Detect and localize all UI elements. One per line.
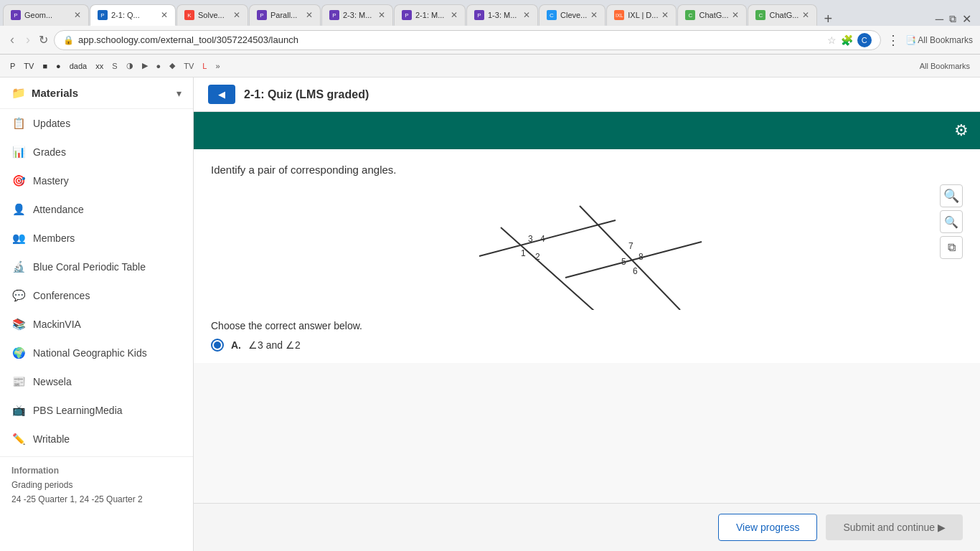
information-section-label: Information: [0, 460, 193, 479]
forward-nav-button[interactable]: ›: [23, 31, 33, 49]
sidebar-divider: [0, 456, 193, 457]
tab-title-t6: 2-1: M...: [415, 11, 447, 19]
tab-t1[interactable]: P Geom... ✕: [3, 4, 89, 26]
star-icon[interactable]: ☆: [827, 34, 837, 46]
bookmark-dia[interactable]: ◆: [166, 60, 178, 72]
sidebar-item-attendance[interactable]: 👤 Attendance: [0, 195, 193, 224]
bookmark-xx[interactable]: xx: [93, 60, 106, 72]
bookmark-more[interactable]: »: [212, 60, 222, 72]
quiz-top-bar: ⚙: [194, 112, 980, 149]
minimize-button[interactable]: ─: [936, 13, 943, 26]
tab-t6[interactable]: P 2-1: M... ✕: [394, 4, 466, 26]
blue-coral-icon: 🔬: [11, 260, 26, 274]
window-controls: ─ ⧉ ✕: [936, 12, 977, 26]
main-layout: 📁 Materials ▾ 📋 Updates 📊 Grades 🎯 Maste…: [0, 77, 980, 551]
tab-t10[interactable]: C ChatG... ✕: [677, 4, 747, 26]
svg-text:1: 1: [521, 248, 526, 258]
sidebar-item-members[interactable]: 👥 Members: [0, 224, 193, 253]
more-icon[interactable]: ⋮: [887, 32, 900, 48]
tab-t2[interactable]: P 2-1: Q... ✕: [90, 4, 176, 26]
bookmark-tv2[interactable]: TV: [181, 60, 197, 72]
zoom-controls: 🔍 🔍 ⧉: [940, 184, 963, 259]
zoom-out-button[interactable]: 🔍: [940, 210, 963, 233]
tab-close-t7[interactable]: ✕: [523, 10, 530, 20]
bookmark-half[interactable]: ◑: [123, 60, 136, 72]
tab-t9[interactable]: IXL IXL | D... ✕: [606, 4, 677, 26]
bookmark-all[interactable]: All Bookmarks: [917, 60, 973, 72]
option-a-letter: A.: [231, 339, 241, 351]
view-progress-button[interactable]: View progress: [718, 514, 817, 541]
grades-icon: 📊: [11, 145, 26, 159]
tab-t7[interactable]: P 1-3: M... ✕: [466, 4, 538, 26]
tab-close-t4[interactable]: ✕: [306, 10, 313, 20]
sidebar-item-newsela[interactable]: 📰 Newsela: [0, 367, 193, 396]
tab-add-button[interactable]: +: [818, 11, 838, 26]
sidebar-expand-icon[interactable]: ▾: [176, 88, 182, 99]
content-header: ◀ 2-1: Quiz (LMS graded): [194, 77, 980, 112]
sidebar-header[interactable]: 📁 Materials ▾: [0, 77, 193, 109]
bookmarks-panel-icon[interactable]: 📑 All Bookmarks: [905, 35, 973, 45]
svg-text:2: 2: [535, 252, 540, 262]
bookmark-dot[interactable]: ●: [154, 60, 164, 72]
external-link-button[interactable]: ⧉: [940, 236, 963, 259]
back-nav-button[interactable]: ‹: [7, 31, 17, 49]
tab-favicon-t1: P: [11, 10, 21, 20]
address-bar[interactable]: 🔒 app.schoology.com/external_tool/305722…: [54, 30, 881, 50]
svg-text:8: 8: [639, 252, 644, 262]
bookmark-sq[interactable]: ■: [39, 60, 50, 72]
bookmark-circle[interactable]: ●: [53, 60, 64, 72]
tab-close-t9[interactable]: ✕: [661, 10, 669, 20]
tab-close-t3[interactable]: ✕: [233, 10, 240, 20]
tab-close-t2[interactable]: ✕: [161, 10, 168, 20]
tab-close-t11[interactable]: ✕: [802, 10, 809, 20]
radio-button-a[interactable]: [211, 339, 224, 352]
tab-close-t5[interactable]: ✕: [378, 10, 385, 20]
back-button[interactable]: ◀: [208, 85, 235, 104]
settings-gear-icon[interactable]: ⚙: [954, 121, 969, 140]
tab-t3[interactable]: K Solve... ✕: [176, 4, 248, 26]
sidebar-item-conferences[interactable]: 💬 Conferences: [0, 281, 193, 310]
tab-close-t10[interactable]: ✕: [732, 10, 739, 20]
sidebar-item-updates[interactable]: 📋 Updates: [0, 109, 193, 138]
sidebar-materials-icon: 📁: [11, 86, 26, 100]
bookmark-play[interactable]: ▶: [139, 60, 151, 72]
close-button[interactable]: ✕: [962, 12, 971, 26]
tab-t11[interactable]: C ChatG... ✕: [748, 4, 817, 26]
sidebar-item-mastery[interactable]: 🎯 Mastery: [0, 166, 193, 195]
tab-bar: P Geom... ✕ P 2-1: Q... ✕ K Solve... ✕ P…: [0, 0, 980, 26]
reload-button[interactable]: ↻: [39, 33, 48, 47]
bookmark-p[interactable]: P: [7, 60, 18, 72]
diagram-area: 🔍 🔍 ⧉ 3: [211, 184, 963, 310]
sidebar: 📁 Materials ▾ 📋 Updates 📊 Grades 🎯 Maste…: [0, 77, 194, 551]
tab-close-t1[interactable]: ✕: [74, 10, 81, 20]
answer-option-a[interactable]: A. ∠3 and ∠2: [211, 339, 963, 352]
sidebar-item-mackinvia[interactable]: 📚 MackinVIA: [0, 310, 193, 339]
tab-title-t8: Cleve...: [560, 11, 587, 19]
bookmark-s[interactable]: S: [109, 60, 120, 72]
extension-icon[interactable]: 🧩: [841, 34, 853, 46]
sidebar-item-nat-geo[interactable]: 🌍 National Geographic Kids: [0, 339, 193, 367]
answer-spacer: [194, 363, 980, 504]
zoom-in-button[interactable]: 🔍: [940, 184, 963, 207]
sidebar-item-grades[interactable]: 📊 Grades: [0, 138, 193, 166]
bookmark-l[interactable]: L: [199, 60, 209, 72]
conferences-label: Conferences: [33, 290, 90, 301]
profile-icon[interactable]: C: [857, 33, 872, 47]
bookmark-dada[interactable]: dada: [67, 60, 90, 72]
bookmark-tv[interactable]: TV: [21, 60, 37, 72]
restore-button[interactable]: ⧉: [949, 13, 956, 25]
svg-line-1: [580, 206, 680, 310]
sidebar-item-blue-coral[interactable]: 🔬 Blue Coral Periodic Table: [0, 253, 193, 281]
sidebar-item-pbs[interactable]: 📺 PBS LearningMedia: [0, 396, 193, 425]
sidebar-item-writable[interactable]: ✏️ Writable: [0, 425, 193, 453]
tab-close-t8[interactable]: ✕: [590, 10, 598, 20]
tab-close-t6[interactable]: ✕: [451, 10, 458, 20]
tab-title-t3: Solve...: [198, 11, 230, 19]
tab-t5[interactable]: P 2-3: M... ✕: [321, 4, 393, 26]
address-text[interactable]: app.schoology.com/external_tool/30572245…: [78, 34, 823, 45]
tab-t4[interactable]: P Parall... ✕: [249, 4, 321, 26]
attendance-label: Attendance: [33, 204, 84, 215]
tab-t8[interactable]: C Cleve... ✕: [539, 4, 606, 26]
submit-continue-button[interactable]: Submit and continue ▶: [826, 514, 963, 540]
tab-title-t11: ChatG...: [769, 11, 798, 19]
